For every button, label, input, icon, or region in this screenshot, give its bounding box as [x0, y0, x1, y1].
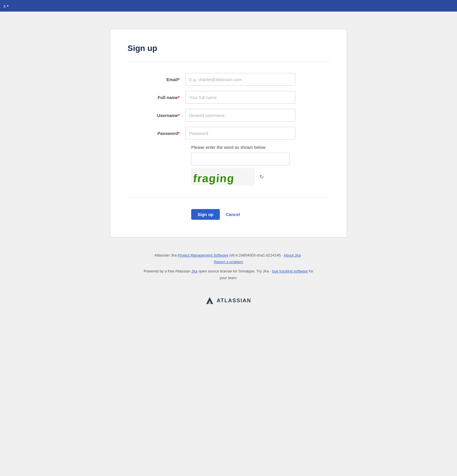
- footer-bug-tracking-link[interactable]: bug tracking software: [272, 269, 308, 273]
- footer-jira-link[interactable]: Jira: [191, 269, 198, 273]
- captcha-label: Please enter the word as shown below: [191, 145, 329, 150]
- signup-button[interactable]: Sign up: [191, 209, 220, 220]
- password-row: Password*: [128, 127, 329, 140]
- form-title: Sign up: [128, 44, 329, 53]
- footer-line1: Atlassian Jira Project Management Softwa…: [144, 252, 313, 259]
- password-label: Password*: [128, 131, 185, 136]
- nav-app-text: s: [3, 3, 6, 8]
- email-label: Email*: [128, 77, 185, 82]
- fullname-label: Full name*: [128, 95, 185, 100]
- fullname-row: Full name*: [128, 91, 329, 104]
- svg-text:fraging: fraging: [193, 172, 235, 184]
- captcha-image-row: fraging ↻: [191, 168, 329, 186]
- captcha-section: Please enter the word as shown below fra…: [191, 145, 329, 186]
- captcha-image: fraging: [191, 168, 255, 186]
- top-navbar: s ▾: [0, 0, 457, 12]
- email-required-star: *: [178, 77, 180, 82]
- footer-report-problem-link[interactable]: Report a problem: [214, 260, 243, 264]
- nav-chevron-icon[interactable]: ▾: [7, 4, 9, 8]
- username-required-star: *: [178, 113, 180, 118]
- atlassian-logo-text: ATLASSIAN: [217, 296, 251, 305]
- footer-line2: Report a problem: [144, 259, 313, 265]
- fullname-required-star: *: [178, 95, 180, 100]
- footer-line3: Powered by a free Atlassian Jira open so…: [144, 268, 313, 274]
- password-required-star: *: [178, 131, 180, 136]
- fullname-input[interactable]: [185, 91, 295, 104]
- atlassian-logo: ATLASSIAN: [144, 296, 313, 305]
- footer-project-management-link[interactable]: Project Management Software: [178, 253, 228, 257]
- username-row: Username*: [128, 109, 329, 122]
- footer-line4: your team.: [144, 274, 313, 281]
- email-row: Email*: [128, 73, 329, 86]
- footer: Atlassian Jira Project Management Softwa…: [144, 252, 313, 305]
- signup-card: Sign up Email* Full name* Username*: [110, 29, 347, 237]
- footer-about-jira-link[interactable]: About Jira: [284, 253, 301, 257]
- captcha-input[interactable]: [191, 153, 290, 165]
- username-label: Username*: [128, 113, 185, 118]
- atlassian-logo-icon: [206, 296, 214, 305]
- footer-dot: ·: [301, 253, 303, 257]
- top-divider: [128, 61, 329, 61]
- bottom-divider: [128, 197, 329, 197]
- email-input[interactable]: [185, 73, 295, 86]
- password-input[interactable]: [185, 127, 295, 140]
- captcha-input-row: [191, 153, 329, 165]
- page-content: Sign up Email* Full name* Username*: [0, 12, 457, 328]
- cancel-button[interactable]: Cancel: [226, 212, 240, 217]
- captcha-refresh-icon[interactable]: ↻: [259, 174, 264, 180]
- button-row: Sign up Cancel: [191, 209, 329, 220]
- username-input[interactable]: [185, 109, 295, 122]
